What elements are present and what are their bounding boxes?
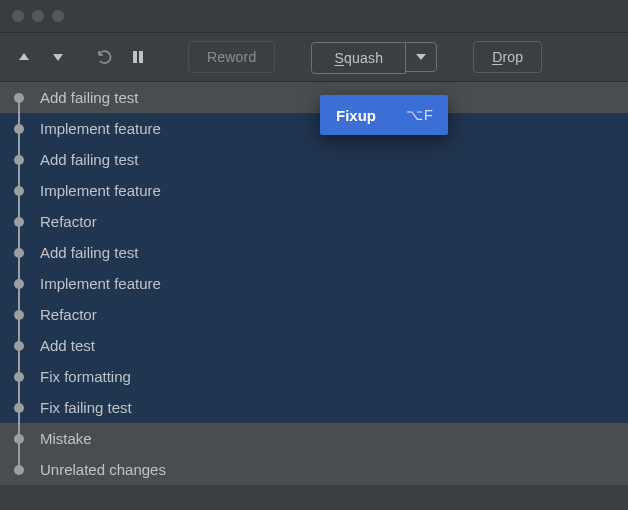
undo-icon[interactable] <box>90 43 118 71</box>
drop-mnemonic: D <box>492 49 502 65</box>
commit-node-icon <box>14 186 24 196</box>
commit-row[interactable]: Fix formatting <box>0 361 628 392</box>
commit-node-icon <box>14 155 24 165</box>
commit-graph-gutter <box>0 454 40 485</box>
commit-node-icon <box>14 465 24 475</box>
commit-graph-gutter <box>0 330 40 361</box>
commit-message: Add failing test <box>40 151 628 168</box>
commit-node-icon <box>14 372 24 382</box>
commit-row[interactable]: Implement feature <box>0 175 628 206</box>
window-titlebar <box>0 0 628 33</box>
squash-mnemonic: S <box>334 50 344 66</box>
commit-node-icon <box>14 248 24 258</box>
commit-node-icon <box>14 279 24 289</box>
drop-button[interactable]: Drop <box>473 41 542 73</box>
commit-graph-gutter <box>0 113 40 144</box>
commit-row[interactable]: Refactor <box>0 299 628 330</box>
commit-message: Fix formatting <box>40 368 628 385</box>
commit-row[interactable]: Add test <box>0 330 628 361</box>
commit-graph-gutter <box>0 299 40 330</box>
commit-graph-gutter <box>0 175 40 206</box>
commit-node-icon <box>14 403 24 413</box>
commit-graph-gutter <box>0 237 40 268</box>
commit-node-icon <box>14 124 24 134</box>
commit-row[interactable]: Refactor <box>0 206 628 237</box>
reword-button[interactable]: Reword <box>188 41 275 73</box>
commit-node-icon <box>14 434 24 444</box>
move-up-icon[interactable] <box>10 43 38 71</box>
squash-dropdown-menu: Fixup ⌥F <box>320 95 448 135</box>
commit-message: Implement feature <box>40 182 628 199</box>
commit-node-icon <box>14 341 24 351</box>
commit-node-icon <box>14 217 24 227</box>
rebase-toolbar: Reword Squash Drop <box>0 33 628 82</box>
commit-message: Implement feature <box>40 275 628 292</box>
commit-message: Refactor <box>40 306 628 323</box>
traffic-minimize-icon[interactable] <box>32 10 44 22</box>
commit-message: Fix failing test <box>40 399 628 416</box>
commit-list[interactable]: Add failing testImplement featureAdd fai… <box>0 82 628 510</box>
commit-message: Add failing test <box>40 244 628 261</box>
fixup-label: Fixup <box>336 107 376 124</box>
commit-graph-gutter <box>0 361 40 392</box>
commit-row[interactable]: Fix failing test <box>0 392 628 423</box>
commit-graph-gutter <box>0 206 40 237</box>
commit-graph-gutter <box>0 82 40 113</box>
fixup-shortcut: ⌥F <box>406 106 434 124</box>
commit-row[interactable]: Mistake <box>0 423 628 454</box>
svg-rect-0 <box>133 51 137 63</box>
drop-rest: rop <box>502 49 523 65</box>
squash-rest: quash <box>344 50 383 66</box>
commit-graph-gutter <box>0 268 40 299</box>
commit-row[interactable]: Add failing test <box>0 237 628 268</box>
commit-message: Refactor <box>40 213 628 230</box>
move-down-icon[interactable] <box>44 43 72 71</box>
commit-message: Unrelated changes <box>40 461 628 478</box>
svg-rect-1 <box>139 51 143 63</box>
squash-dropdown-toggle[interactable] <box>405 42 437 72</box>
commit-node-icon <box>14 310 24 320</box>
commit-row[interactable]: Implement feature <box>0 113 628 144</box>
commit-message: Add test <box>40 337 628 354</box>
squash-button[interactable]: Squash <box>311 42 406 74</box>
commit-graph-gutter <box>0 423 40 454</box>
traffic-zoom-icon[interactable] <box>52 10 64 22</box>
commit-node-icon <box>14 93 24 103</box>
commit-row[interactable]: Add failing test <box>0 82 628 113</box>
commit-graph-gutter <box>0 144 40 175</box>
squash-split-button[interactable]: Squash <box>311 42 437 72</box>
commit-row[interactable]: Add failing test <box>0 144 628 175</box>
commit-row[interactable]: Implement feature <box>0 268 628 299</box>
commit-graph-gutter <box>0 392 40 423</box>
pause-icon[interactable] <box>124 43 152 71</box>
reword-label: Reword <box>207 49 256 65</box>
commit-row[interactable]: Unrelated changes <box>0 454 628 485</box>
traffic-close-icon[interactable] <box>12 10 24 22</box>
commit-message: Mistake <box>40 430 628 447</box>
fixup-menu-item[interactable]: Fixup ⌥F <box>320 95 448 135</box>
